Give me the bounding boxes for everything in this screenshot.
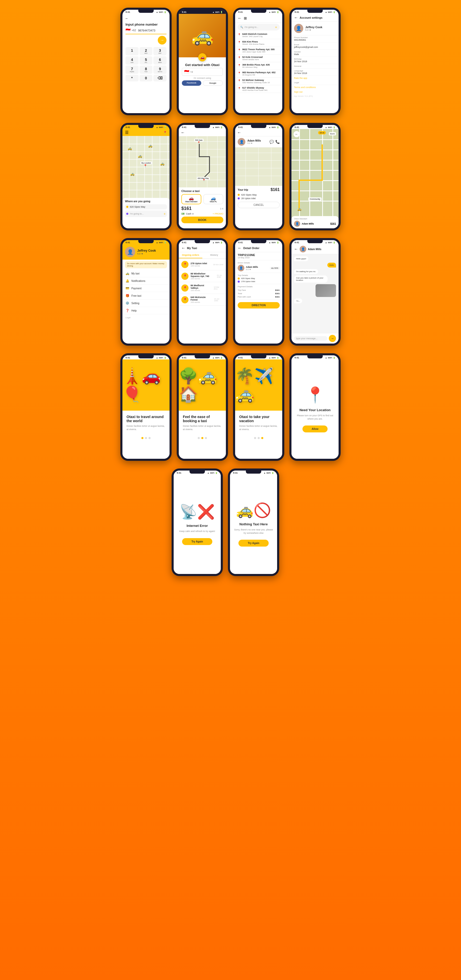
phone-onboard-1: 9:41 ▲WiFi🔋 🗼🚗🎈 Otaxi to travel around t…: [120, 353, 172, 461]
menu-icon[interactable]: ☰: [125, 130, 129, 135]
from-address[interactable]: 620 Sipes Way: [130, 205, 145, 208]
dot-1[interactable]: [254, 437, 256, 439]
address-item[interactable]: 📍 53 Wehner Gateway33D Martha Gateway Su…: [235, 78, 282, 85]
dot-3[interactable]: [261, 437, 263, 439]
back-icon[interactable]: ←: [181, 130, 185, 135]
call-icon[interactable]: 📞: [275, 140, 280, 144]
address-header: ← ⊞: [235, 14, 282, 23]
onboard-desc: Donec facilisis tortor ut augue lacinia,…: [126, 425, 166, 431]
key-star[interactable]: *: [126, 75, 139, 81]
next-button[interactable]: →: [158, 36, 166, 45]
location-title: Need Your Location: [299, 408, 331, 412]
page-title: My Taxi: [187, 247, 197, 250]
address-item[interactable]: 📍 9622 Trevor Parkway Apt. 585163 Jana C…: [235, 47, 282, 54]
order-item[interactable]: 📍 88 Winthelser Squares Apt. 740 100 wor…: [179, 270, 226, 282]
to-input[interactable]: I'm going to...: [130, 213, 144, 215]
back-icon[interactable]: ←: [294, 247, 298, 251]
tab-ongoing[interactable]: Ongoing orders: [179, 252, 202, 258]
key-4[interactable]: 4GHI: [126, 56, 139, 65]
address-item[interactable]: 📍 983 Norene Parkways Apt. 65230 Angora …: [235, 70, 282, 78]
choose-taxi-title: Choose a taxi: [181, 189, 223, 192]
order-item[interactable]: 📍 86 Medhurst Valleys 100 words 19 Mar 2…: [179, 282, 226, 294]
onboard-title: Otaxi to take your vacation: [239, 415, 278, 423]
key-2[interactable]: 2ABC: [140, 47, 153, 55]
send-button[interactable]: →: [329, 335, 336, 342]
search-placeholder[interactable]: I'm going to...: [245, 26, 258, 29]
taxi-option-fl[interactable]: 🚙 Otaxi FL: [203, 194, 223, 204]
flag-icon: 🇮🇩: [126, 28, 131, 33]
key-backspace[interactable]: ⌫: [153, 75, 166, 81]
add-stop-icon[interactable]: +: [164, 212, 166, 216]
back-icon[interactable]: ←: [181, 246, 185, 250]
promo-banner[interactable]: Do more with your account: Make money dr…: [125, 261, 167, 268]
key-3[interactable]: 3DEF: [153, 47, 166, 55]
promo-label[interactable]: + PROMO: [212, 213, 223, 215]
rate-app[interactable]: Rate the app: [292, 76, 338, 80]
back-icon[interactable]: ←: [238, 16, 242, 21]
key-6[interactable]: 6MNO: [153, 56, 166, 65]
cancel-button[interactable]: CANCEL: [238, 202, 280, 208]
menu-item-help[interactable]: ❓ Help: [123, 307, 169, 314]
phone-number[interactable]: 98764473473: [138, 29, 155, 32]
driver-name: Adam Mills: [247, 139, 261, 142]
phone-8: 9:41 ▲WiFi🔋: [289, 123, 341, 231]
phone-2: 9:41 ▲WiFi🔋 🚕 🚗 Get started with Otaxi 🇮…: [177, 8, 228, 115]
back-icon[interactable]: ←: [237, 130, 241, 135]
dot-2[interactable]: [201, 437, 203, 439]
menu-item-setting[interactable]: ⚙️ Setting: [123, 299, 169, 307]
facebook-button[interactable]: Facebook: [182, 80, 201, 86]
direction-button[interactable]: DIRECTION: [238, 302, 280, 309]
key-8[interactable]: 8TUV: [140, 65, 153, 74]
flag-icon: 🇮🇩: [184, 69, 189, 74]
dot-1[interactable]: [198, 437, 200, 439]
tab-history[interactable]: History: [202, 252, 226, 258]
key-0[interactable]: 0: [140, 75, 153, 81]
sign-out-button[interactable]: Sign out: [292, 90, 338, 94]
menu-item-payment[interactable]: 💳 Payment: [123, 285, 169, 292]
add-icon[interactable]: +: [275, 25, 277, 29]
back-icon[interactable]: ←: [238, 246, 242, 250]
address-item[interactable]: 📍 834 Kim PinesStreet: 434 Arena Plains: [235, 39, 282, 47]
menu-item-freetaxi[interactable]: 🎁 Free taxi: [123, 292, 169, 299]
key-1[interactable]: 1: [126, 47, 139, 55]
taxi-option-standart[interactable]: 🚗 Otaxi Standart: [181, 194, 201, 204]
allow-button[interactable]: Allow: [303, 425, 328, 433]
dot-3[interactable]: [205, 437, 207, 439]
dot-2[interactable]: [145, 437, 147, 439]
dot-3[interactable]: [148, 437, 151, 439]
from-address: 620 Sipes Way: [241, 194, 257, 196]
avatar: 👤: [125, 247, 135, 257]
trip-price-badge: $161: [330, 223, 336, 225]
address-item[interactable]: 📍 369 Brekie Pizza Apt. 63599 Johnson Wa…: [235, 62, 282, 70]
menu-item-mytaxi[interactable]: 🚕 My taxi: [123, 270, 169, 277]
try-again-button[interactable]: Try Again: [182, 538, 212, 545]
key-5[interactable]: 5JKL: [140, 56, 153, 65]
terms-link[interactable]: Terms and conditions: [292, 85, 338, 90]
phone-nothing: 9:41 ▲WiFi🔋 🚕🚫 Nothing Taxi Here Sorry, …: [228, 468, 279, 576]
order-item[interactable]: 📍 640 McKenzie Forest 100 words 24 Jun 2…: [179, 294, 226, 305]
try-again-button[interactable]: Try Again: [238, 540, 268, 547]
key-9[interactable]: 9WXYZ: [153, 65, 166, 74]
chat-icon[interactable]: 💬: [270, 140, 274, 144]
back-icon[interactable]: ←: [294, 15, 298, 20]
onboard-title: Otaxi to travel around the world: [126, 415, 166, 423]
back-icon[interactable]: ←: [125, 16, 129, 21]
google-button[interactable]: Google: [203, 80, 223, 86]
chat-message: I'm waiting for you no.: [294, 269, 318, 274]
phone-5: 9:41 ▲WiFi🔋 ☰ 📍: [120, 123, 172, 231]
address-item[interactable]: 📍 6420 Dietrich CommonStreet: 340 Laurel…: [235, 32, 282, 39]
menu-item-notifications[interactable]: 🔔 Notifications: [123, 277, 169, 285]
driver-avatar: 👤: [238, 138, 246, 146]
chat-input[interactable]: type your message...: [294, 336, 327, 341]
dot-1[interactable]: [141, 437, 144, 439]
address-item[interactable]: 📍 517 Shields Skyway4020 Hertha Ford Sui…: [235, 85, 282, 93]
book-button[interactable]: BOOK: [181, 216, 223, 223]
address-item[interactable]: 📍 52 Kole CrossroadStreet details here: [235, 54, 282, 62]
key-7[interactable]: 7PQRS: [126, 65, 139, 74]
grid-icon[interactable]: ⊞: [244, 16, 247, 20]
cash-label[interactable]: Cash ∨: [186, 213, 194, 215]
user-name: Jeffrey Cook: [137, 249, 156, 253]
dot-2[interactable]: [258, 437, 260, 439]
error-title: Internet Error: [187, 524, 208, 528]
order-item[interactable]: 📍 278 Upton Inlet 100 words 06 Nov 2046: [179, 259, 226, 270]
